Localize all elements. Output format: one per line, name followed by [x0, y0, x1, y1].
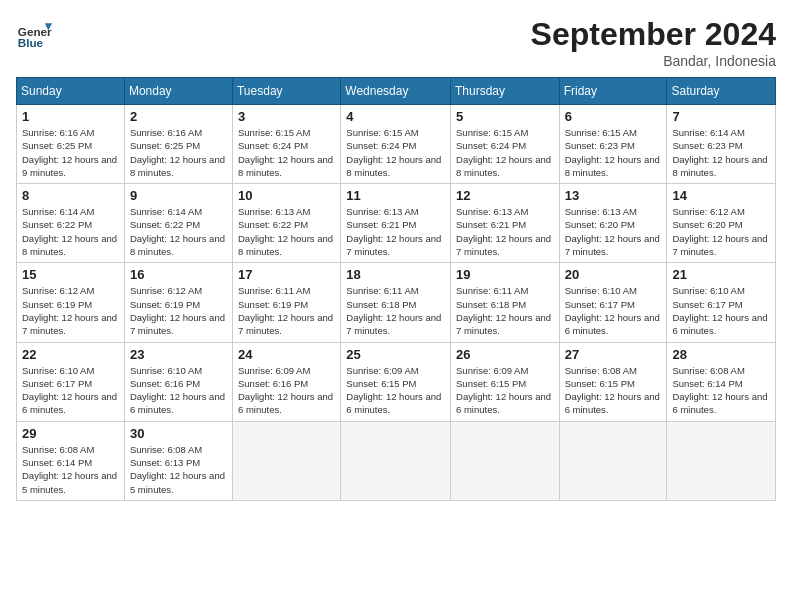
calendar-table: Sunday Monday Tuesday Wednesday Thursday…: [16, 77, 776, 501]
page-header: General Blue September 2024 Bandar, Indo…: [16, 16, 776, 69]
calendar-cell: 19Sunrise: 6:11 AM Sunset: 6:18 PM Dayli…: [451, 263, 560, 342]
day-number: 5: [456, 109, 554, 124]
calendar-cell: [667, 421, 776, 500]
day-number: 3: [238, 109, 335, 124]
day-number: 21: [672, 267, 770, 282]
calendar-cell: 5Sunrise: 6:15 AM Sunset: 6:24 PM Daylig…: [451, 105, 560, 184]
header-thursday: Thursday: [451, 78, 560, 105]
day-number: 20: [565, 267, 662, 282]
day-number: 29: [22, 426, 119, 441]
calendar-cell: 11Sunrise: 6:13 AM Sunset: 6:21 PM Dayli…: [341, 184, 451, 263]
day-number: 17: [238, 267, 335, 282]
calendar-cell: 2Sunrise: 6:16 AM Sunset: 6:25 PM Daylig…: [124, 105, 232, 184]
calendar-cell: [559, 421, 667, 500]
day-info: Sunrise: 6:14 AM Sunset: 6:22 PM Dayligh…: [130, 205, 227, 258]
title-block: September 2024 Bandar, Indonesia: [531, 16, 776, 69]
calendar-cell: 7Sunrise: 6:14 AM Sunset: 6:23 PM Daylig…: [667, 105, 776, 184]
month-title: September 2024: [531, 16, 776, 53]
calendar-cell: 28Sunrise: 6:08 AM Sunset: 6:14 PM Dayli…: [667, 342, 776, 421]
day-info: Sunrise: 6:08 AM Sunset: 6:15 PM Dayligh…: [565, 364, 662, 417]
day-number: 4: [346, 109, 445, 124]
calendar-header-row: Sunday Monday Tuesday Wednesday Thursday…: [17, 78, 776, 105]
day-number: 7: [672, 109, 770, 124]
day-number: 8: [22, 188, 119, 203]
calendar-cell: 27Sunrise: 6:08 AM Sunset: 6:15 PM Dayli…: [559, 342, 667, 421]
day-number: 24: [238, 347, 335, 362]
day-number: 25: [346, 347, 445, 362]
location: Bandar, Indonesia: [531, 53, 776, 69]
calendar-cell: 18Sunrise: 6:11 AM Sunset: 6:18 PM Dayli…: [341, 263, 451, 342]
header-saturday: Saturday: [667, 78, 776, 105]
calendar-cell: 29Sunrise: 6:08 AM Sunset: 6:14 PM Dayli…: [17, 421, 125, 500]
day-number: 6: [565, 109, 662, 124]
header-friday: Friday: [559, 78, 667, 105]
day-info: Sunrise: 6:10 AM Sunset: 6:17 PM Dayligh…: [565, 284, 662, 337]
day-number: 2: [130, 109, 227, 124]
day-info: Sunrise: 6:14 AM Sunset: 6:23 PM Dayligh…: [672, 126, 770, 179]
day-info: Sunrise: 6:14 AM Sunset: 6:22 PM Dayligh…: [22, 205, 119, 258]
day-info: Sunrise: 6:09 AM Sunset: 6:16 PM Dayligh…: [238, 364, 335, 417]
day-info: Sunrise: 6:16 AM Sunset: 6:25 PM Dayligh…: [22, 126, 119, 179]
day-info: Sunrise: 6:10 AM Sunset: 6:17 PM Dayligh…: [22, 364, 119, 417]
calendar-cell: 23Sunrise: 6:10 AM Sunset: 6:16 PM Dayli…: [124, 342, 232, 421]
day-info: Sunrise: 6:12 AM Sunset: 6:19 PM Dayligh…: [22, 284, 119, 337]
calendar-cell: 8Sunrise: 6:14 AM Sunset: 6:22 PM Daylig…: [17, 184, 125, 263]
day-number: 10: [238, 188, 335, 203]
day-info: Sunrise: 6:10 AM Sunset: 6:16 PM Dayligh…: [130, 364, 227, 417]
calendar-cell: 10Sunrise: 6:13 AM Sunset: 6:22 PM Dayli…: [232, 184, 340, 263]
day-info: Sunrise: 6:12 AM Sunset: 6:20 PM Dayligh…: [672, 205, 770, 258]
day-info: Sunrise: 6:13 AM Sunset: 6:21 PM Dayligh…: [456, 205, 554, 258]
calendar-cell: [451, 421, 560, 500]
calendar-cell: 21Sunrise: 6:10 AM Sunset: 6:17 PM Dayli…: [667, 263, 776, 342]
day-number: 27: [565, 347, 662, 362]
calendar-cell: 24Sunrise: 6:09 AM Sunset: 6:16 PM Dayli…: [232, 342, 340, 421]
day-info: Sunrise: 6:15 AM Sunset: 6:24 PM Dayligh…: [456, 126, 554, 179]
day-number: 15: [22, 267, 119, 282]
logo-icon: General Blue: [16, 16, 52, 52]
day-number: 26: [456, 347, 554, 362]
day-info: Sunrise: 6:16 AM Sunset: 6:25 PM Dayligh…: [130, 126, 227, 179]
calendar-cell: 3Sunrise: 6:15 AM Sunset: 6:24 PM Daylig…: [232, 105, 340, 184]
day-info: Sunrise: 6:11 AM Sunset: 6:19 PM Dayligh…: [238, 284, 335, 337]
day-info: Sunrise: 6:13 AM Sunset: 6:20 PM Dayligh…: [565, 205, 662, 258]
day-number: 19: [456, 267, 554, 282]
header-sunday: Sunday: [17, 78, 125, 105]
day-info: Sunrise: 6:09 AM Sunset: 6:15 PM Dayligh…: [346, 364, 445, 417]
day-number: 18: [346, 267, 445, 282]
calendar-cell: 20Sunrise: 6:10 AM Sunset: 6:17 PM Dayli…: [559, 263, 667, 342]
header-wednesday: Wednesday: [341, 78, 451, 105]
day-number: 28: [672, 347, 770, 362]
day-info: Sunrise: 6:13 AM Sunset: 6:22 PM Dayligh…: [238, 205, 335, 258]
day-info: Sunrise: 6:13 AM Sunset: 6:21 PM Dayligh…: [346, 205, 445, 258]
day-number: 30: [130, 426, 227, 441]
calendar-cell: 13Sunrise: 6:13 AM Sunset: 6:20 PM Dayli…: [559, 184, 667, 263]
calendar-cell: 22Sunrise: 6:10 AM Sunset: 6:17 PM Dayli…: [17, 342, 125, 421]
calendar-cell: 6Sunrise: 6:15 AM Sunset: 6:23 PM Daylig…: [559, 105, 667, 184]
calendar-cell: 9Sunrise: 6:14 AM Sunset: 6:22 PM Daylig…: [124, 184, 232, 263]
day-info: Sunrise: 6:12 AM Sunset: 6:19 PM Dayligh…: [130, 284, 227, 337]
day-number: 23: [130, 347, 227, 362]
calendar-cell: 14Sunrise: 6:12 AM Sunset: 6:20 PM Dayli…: [667, 184, 776, 263]
header-tuesday: Tuesday: [232, 78, 340, 105]
day-info: Sunrise: 6:08 AM Sunset: 6:13 PM Dayligh…: [130, 443, 227, 496]
day-info: Sunrise: 6:08 AM Sunset: 6:14 PM Dayligh…: [672, 364, 770, 417]
day-number: 16: [130, 267, 227, 282]
day-number: 22: [22, 347, 119, 362]
day-info: Sunrise: 6:08 AM Sunset: 6:14 PM Dayligh…: [22, 443, 119, 496]
calendar-cell: 17Sunrise: 6:11 AM Sunset: 6:19 PM Dayli…: [232, 263, 340, 342]
calendar-cell: 26Sunrise: 6:09 AM Sunset: 6:15 PM Dayli…: [451, 342, 560, 421]
day-number: 11: [346, 188, 445, 203]
calendar-cell: [232, 421, 340, 500]
day-info: Sunrise: 6:15 AM Sunset: 6:24 PM Dayligh…: [346, 126, 445, 179]
day-info: Sunrise: 6:15 AM Sunset: 6:24 PM Dayligh…: [238, 126, 335, 179]
calendar-cell: 1Sunrise: 6:16 AM Sunset: 6:25 PM Daylig…: [17, 105, 125, 184]
day-number: 14: [672, 188, 770, 203]
day-number: 12: [456, 188, 554, 203]
calendar-cell: 25Sunrise: 6:09 AM Sunset: 6:15 PM Dayli…: [341, 342, 451, 421]
calendar-cell: 12Sunrise: 6:13 AM Sunset: 6:21 PM Dayli…: [451, 184, 560, 263]
day-number: 13: [565, 188, 662, 203]
calendar-cell: 30Sunrise: 6:08 AM Sunset: 6:13 PM Dayli…: [124, 421, 232, 500]
svg-text:Blue: Blue: [18, 36, 44, 49]
header-monday: Monday: [124, 78, 232, 105]
day-number: 9: [130, 188, 227, 203]
